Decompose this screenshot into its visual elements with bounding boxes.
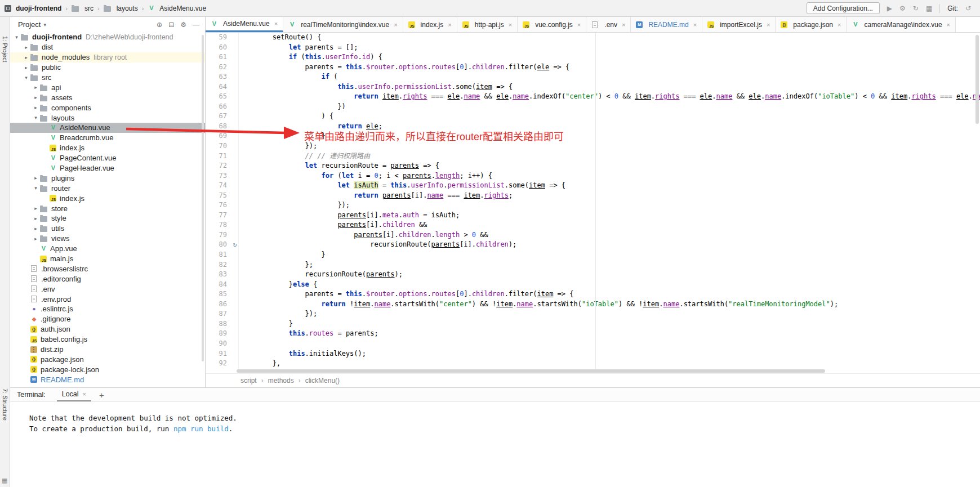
code-line-74[interactable]: 74 let isAuth = this.userInfo.permission…	[206, 181, 980, 191]
code-line-79[interactable]: 79 parents[i].children.length > 0 &&	[206, 230, 980, 240]
expand-arrow[interactable]: ▸	[32, 226, 40, 231]
chevron-down-icon[interactable]: ▾	[43, 22, 46, 28]
code-line-73[interactable]: 73 for (let i = 0; i < parents.length; i…	[206, 171, 980, 181]
code-line-91[interactable]: 91 this.initialKeys();	[206, 349, 980, 359]
terminal-tab-local[interactable]: Local ×	[57, 388, 91, 401]
close-tab-icon[interactable]: ×	[767, 21, 770, 28]
tree-item-README.md[interactable]: README.md	[10, 374, 205, 385]
code-line-64[interactable]: 64 this.userInfo.permissionList.some(ite…	[206, 82, 980, 92]
expand-arrow[interactable]: ▸	[32, 236, 40, 242]
tab-package.json[interactable]: package.json×	[776, 17, 847, 32]
new-terminal-button[interactable]: +	[99, 390, 104, 400]
tab-.env[interactable]: .env×	[586, 17, 631, 32]
expand-arrow[interactable]: ▾	[22, 75, 30, 81]
tree-item-layouts[interactable]: ▾layouts	[10, 113, 205, 123]
tree-item-router[interactable]: ▾router	[10, 183, 205, 193]
expand-arrow[interactable]: ▾	[32, 185, 40, 191]
project-scrollbar[interactable]	[202, 35, 204, 361]
tree-item-PageContent.vue[interactable]: PageContent.vue	[10, 153, 205, 163]
code-line-63[interactable]: 63 if (	[206, 72, 980, 82]
tab-vue.config.js[interactable]: vue.config.js×	[518, 17, 586, 32]
tree-item-duoji-frontend[interactable]: ▾duoji-frontendD:\zheheWeb\duoji-fronten…	[10, 32, 205, 42]
horizontal-scrollbar[interactable]	[237, 369, 825, 373]
close-tab-icon[interactable]: ×	[274, 20, 278, 27]
code-line-59[interactable]: 59 setRoute() {	[206, 33, 980, 43]
tab-cameraManage\index.vue[interactable]: cameraManage\index.vue×	[847, 17, 956, 32]
close-tab-icon[interactable]: ×	[509, 21, 512, 28]
run-button[interactable]: ▶	[887, 5, 892, 12]
breadcrumb-item[interactable]: duoji-frontend	[5, 5, 61, 12]
close-tab-icon[interactable]: ×	[577, 21, 581, 28]
breadcrumb-item[interactable]: src	[72, 5, 93, 12]
git-update-icon[interactable]: ↺	[965, 5, 971, 12]
tree-item-dist[interactable]: ▸dist	[10, 42, 205, 52]
expand-arrow[interactable]: ▾	[12, 34, 21, 40]
tree-item-.eslintrc.js[interactable]: .eslintrc.js	[10, 304, 205, 314]
close-tab-icon[interactable]: ×	[394, 21, 397, 28]
tree-item-.editorconfig[interactable]: .editorconfig	[10, 274, 205, 284]
tree-item-AsideMenu.vue[interactable]: AsideMenu.vue	[10, 123, 205, 133]
sync-icon[interactable]: ↻	[913, 5, 919, 12]
expand-arrow[interactable]: ▸	[32, 216, 40, 221]
locate-file-button[interactable]: ⊕	[157, 21, 162, 29]
close-tab-icon[interactable]: ×	[838, 21, 841, 28]
code-line-77[interactable]: 77 parents[i].meta.auth = isAuth;	[206, 211, 980, 221]
expand-arrow[interactable]: ▸	[32, 105, 40, 110]
code-line-80[interactable]: 80↻ recursionRoute(parents[i].children);	[206, 240, 980, 250]
code-line-69[interactable]: 69 }	[206, 131, 980, 141]
expand-arrow[interactable]: ▸	[22, 65, 30, 70]
code-line-87[interactable]: 87 });	[206, 309, 980, 319]
code-line-84[interactable]: 84 }else {	[206, 280, 980, 290]
collapse-all-button[interactable]: ⊟	[168, 21, 174, 29]
close-icon[interactable]: ×	[83, 391, 86, 397]
code-line-88[interactable]: 88 }	[206, 319, 980, 329]
gear-icon[interactable]: ⚙	[180, 21, 186, 29]
breadcrumb-script[interactable]: script	[240, 377, 257, 385]
breadcrumb-methods[interactable]: methods	[268, 377, 294, 385]
tab-http-api.js[interactable]: http-api.js×	[457, 17, 518, 32]
tree-item-plugins[interactable]: ▸plugins	[10, 173, 205, 183]
vertical-scrollbar[interactable]	[975, 35, 979, 124]
tab-importExcel.js[interactable]: importExcel.js×	[702, 17, 776, 32]
tree-item-main.js[interactable]: main.js	[10, 254, 205, 264]
code-line-75[interactable]: 75 return parents[i].name === item.right…	[206, 191, 980, 201]
tree-item-package-lock.json[interactable]: package-lock.json	[10, 364, 205, 374]
tree-item-api[interactable]: ▸api	[10, 82, 205, 92]
code-line-83[interactable]: 83 recursionRoute(parents);	[206, 270, 980, 280]
breadcrumb-clickMenu()[interactable]: clickMenu()	[305, 377, 340, 385]
add-configuration-button[interactable]: Add Configuration...	[807, 2, 880, 14]
tree-item-.env[interactable]: .env	[10, 284, 205, 294]
code-line-76[interactable]: 76 });	[206, 200, 980, 211]
toolwindow-switcher-icon[interactable]: ▦	[2, 477, 7, 484]
expand-arrow[interactable]: ▸	[32, 84, 40, 90]
code-line-62[interactable]: 62 parents = this.$router.options.routes…	[206, 62, 980, 73]
code-line-78[interactable]: 78 parents[i].children &&	[206, 220, 980, 230]
expand-arrow[interactable]: ▸	[32, 95, 40, 100]
tree-item-views[interactable]: ▸views	[10, 234, 205, 244]
code-line-85[interactable]: 85 parents = this.$router.options.routes…	[206, 289, 980, 300]
code-line-68[interactable]: 68 return ele;	[206, 122, 980, 132]
recursive-call-icon[interactable]: ↻	[231, 240, 238, 250]
tree-item-components[interactable]: ▸components	[10, 102, 205, 113]
hide-panel-button[interactable]: —	[193, 21, 199, 29]
expand-arrow[interactable]: ▸	[22, 44, 30, 50]
tree-item-style[interactable]: ▸style	[10, 213, 205, 224]
tab-realTimeMonitoring\index.vue[interactable]: realTimeMonitoring\index.vue×	[283, 17, 403, 32]
breadcrumb-item[interactable]: layouts	[104, 5, 138, 12]
code-line-72[interactable]: 72 let recursionRoute = parents => {	[206, 161, 980, 171]
close-tab-icon[interactable]: ×	[448, 21, 451, 28]
tree-item-babel.config.js[interactable]: babel.config.js	[10, 334, 205, 345]
tree-item-auth.json[interactable]: auth.json	[10, 324, 205, 334]
code-line-92[interactable]: 92 },	[206, 359, 980, 369]
tab-README.md[interactable]: README.md×	[631, 17, 702, 32]
tree-item-.env.prod[interactable]: .env.prod	[10, 294, 205, 304]
tree-item-dist.zip[interactable]: dist.zip	[10, 345, 205, 355]
close-tab-icon[interactable]: ×	[947, 21, 950, 28]
code-line-86[interactable]: 86 return !item.name.startsWith("center"…	[206, 300, 980, 310]
stripe-project-button[interactable]: 1: Project	[2, 36, 8, 62]
tree-item-store[interactable]: ▸store	[10, 203, 205, 213]
tree-item-index.js[interactable]: index.js	[10, 143, 205, 153]
tab-AsideMenu.vue[interactable]: AsideMenu.vue×	[206, 17, 283, 32]
tree-item-public[interactable]: ▸public	[10, 62, 205, 73]
expand-arrow[interactable]: ▾	[32, 115, 40, 120]
